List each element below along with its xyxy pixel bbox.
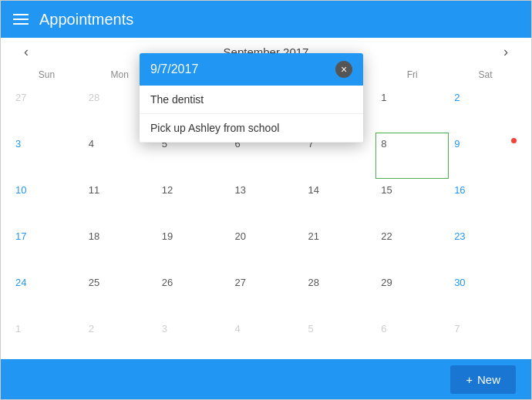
prev-month-arrow[interactable]: ‹ xyxy=(16,41,36,63)
day-number: 4 xyxy=(89,138,94,150)
day-cell[interactable]: 18 xyxy=(83,225,157,271)
day-cell[interactable]: 16 xyxy=(449,179,522,225)
hamburger-icon[interactable] xyxy=(13,14,29,25)
day-cell[interactable]: 6 xyxy=(375,318,449,359)
day-cell[interactable]: 8 xyxy=(375,133,449,179)
day-number: 20 xyxy=(235,230,246,242)
popup-body: The dentistPick up Ashley from school xyxy=(140,86,363,143)
day-number: 28 xyxy=(308,277,318,288)
appointment-dot xyxy=(511,138,517,143)
day-cell[interactable]: 30 xyxy=(449,271,522,318)
day-number: 12 xyxy=(162,184,173,196)
day-header-sat: Sat xyxy=(449,66,522,83)
day-cell[interactable]: 7 xyxy=(449,318,522,359)
day-cell[interactable]: 1 xyxy=(375,86,449,133)
day-number: 27 xyxy=(235,277,246,288)
day-cell[interactable]: 25 xyxy=(83,271,157,318)
day-number: 3 xyxy=(15,138,21,150)
day-number: 10 xyxy=(15,184,26,196)
popup-date: 9/7/2017 xyxy=(150,62,198,76)
day-cell[interactable]: 27 xyxy=(230,271,303,318)
day-cell[interactable]: 3 xyxy=(10,133,83,179)
day-cell[interactable]: 3 xyxy=(157,318,230,359)
day-number: 2 xyxy=(454,92,460,103)
day-cell[interactable]: 13 xyxy=(230,179,303,225)
day-cell[interactable]: 10 xyxy=(10,179,83,225)
appointment-popup: 9/7/2017 × The dentistPick up Ashley fro… xyxy=(140,53,363,143)
day-header-sun: Sun xyxy=(10,66,83,83)
day-number: 4 xyxy=(235,323,241,334)
day-number: 8 xyxy=(381,138,386,150)
day-header-fri: Fri xyxy=(375,66,449,83)
day-number: 1 xyxy=(15,323,21,334)
day-number: 26 xyxy=(162,277,173,288)
day-number: 13 xyxy=(235,184,246,196)
day-cell[interactable]: 2 xyxy=(83,318,157,359)
app-container: Appointments ‹ September 2017 › Sun Mon … xyxy=(0,0,532,400)
day-number: 16 xyxy=(454,184,465,196)
day-cell[interactable]: 5 xyxy=(302,318,375,359)
day-cell[interactable]: 4 xyxy=(230,318,303,359)
day-number: 1 xyxy=(381,92,386,103)
popup-header: 9/7/2017 × xyxy=(140,53,363,86)
day-number: 21 xyxy=(308,230,318,242)
day-number: 3 xyxy=(162,323,167,334)
day-number: 29 xyxy=(381,277,392,288)
day-number: 14 xyxy=(308,184,318,196)
app-title: Appointments xyxy=(39,11,133,29)
day-cell[interactable]: 21 xyxy=(302,225,375,271)
day-cell[interactable]: 26 xyxy=(157,271,230,318)
day-number: 27 xyxy=(15,92,26,103)
new-button-label: New xyxy=(477,373,500,386)
day-cell[interactable]: 28 xyxy=(302,271,375,318)
day-cell[interactable]: 11 xyxy=(83,179,157,225)
day-number: 25 xyxy=(89,277,99,288)
day-number: 18 xyxy=(89,230,99,242)
next-month-arrow[interactable]: › xyxy=(496,41,516,63)
day-cell[interactable]: 12 xyxy=(157,179,230,225)
popup-close-button[interactable]: × xyxy=(335,61,352,78)
appointment-item[interactable]: The dentist xyxy=(140,86,363,114)
header: Appointments xyxy=(1,1,531,38)
day-number: 9 xyxy=(454,138,460,150)
day-cell[interactable]: 22 xyxy=(375,225,449,271)
day-number: 28 xyxy=(89,92,99,103)
day-cell[interactable]: 23 xyxy=(449,225,522,271)
day-number: 30 xyxy=(454,277,465,288)
day-cell[interactable]: 2 xyxy=(449,86,522,133)
appointment-item[interactable]: Pick up Ashley from school xyxy=(140,114,363,143)
day-cell[interactable]: 1 xyxy=(10,318,83,359)
day-number: 11 xyxy=(89,184,99,196)
new-appointment-button[interactable]: + New xyxy=(450,365,516,394)
day-number: 6 xyxy=(381,323,386,334)
day-number: 19 xyxy=(162,230,173,242)
day-cell[interactable]: 15 xyxy=(375,179,449,225)
day-number: 2 xyxy=(89,323,94,334)
day-number: 15 xyxy=(381,184,392,196)
calendar-container: ‹ September 2017 › Sun Mon Tue Wed Thu F… xyxy=(1,38,531,359)
day-cell[interactable]: 9 xyxy=(449,133,522,179)
day-number: 17 xyxy=(15,230,26,242)
footer: + New xyxy=(1,359,531,399)
day-cell[interactable]: 17 xyxy=(10,225,83,271)
day-cell[interactable]: 19 xyxy=(157,225,230,271)
day-cell[interactable]: 20 xyxy=(230,225,303,271)
day-cell[interactable]: 29 xyxy=(375,271,449,318)
day-cell[interactable]: 27 xyxy=(10,86,83,133)
day-number: 24 xyxy=(15,277,26,288)
day-cell[interactable]: 14 xyxy=(302,179,375,225)
day-cell[interactable]: 24 xyxy=(10,271,83,318)
day-number: 5 xyxy=(308,323,313,334)
day-number: 23 xyxy=(454,230,465,242)
day-number: 7 xyxy=(454,323,460,334)
day-number: 22 xyxy=(381,230,392,242)
new-button-icon: + xyxy=(466,373,473,386)
